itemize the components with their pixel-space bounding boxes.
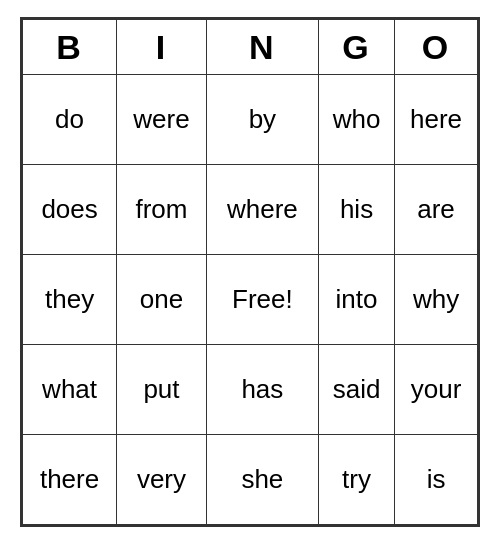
free-space: Free!: [206, 255, 318, 345]
cell-r1c1: do: [23, 75, 117, 165]
header-b: B: [23, 20, 117, 75]
table-row: does from where his are: [23, 165, 478, 255]
header-o: O: [395, 20, 478, 75]
cell-r5c1: there: [23, 435, 117, 525]
header-g: G: [318, 20, 394, 75]
header-i: I: [117, 20, 207, 75]
table-row: do were by who here: [23, 75, 478, 165]
cell-r5c2: very: [117, 435, 207, 525]
cell-r3c4: into: [318, 255, 394, 345]
cell-r4c4: said: [318, 345, 394, 435]
bingo-table: B I N G O do were by who here does from …: [22, 19, 478, 525]
cell-r1c5: here: [395, 75, 478, 165]
cell-r5c3: she: [206, 435, 318, 525]
cell-r4c1: what: [23, 345, 117, 435]
cell-r4c3: has: [206, 345, 318, 435]
cell-r4c5: your: [395, 345, 478, 435]
cell-r2c2: from: [117, 165, 207, 255]
table-row: there very she try is: [23, 435, 478, 525]
header-row: B I N G O: [23, 20, 478, 75]
cell-r2c5: are: [395, 165, 478, 255]
cell-r1c3: by: [206, 75, 318, 165]
cell-r5c4: try: [318, 435, 394, 525]
cell-r1c2: were: [117, 75, 207, 165]
table-row: what put has said your: [23, 345, 478, 435]
header-n: N: [206, 20, 318, 75]
cell-r2c3: where: [206, 165, 318, 255]
cell-r3c5: why: [395, 255, 478, 345]
cell-r4c2: put: [117, 345, 207, 435]
table-row: they one Free! into why: [23, 255, 478, 345]
cell-r2c1: does: [23, 165, 117, 255]
cell-r3c2: one: [117, 255, 207, 345]
cell-r2c4: his: [318, 165, 394, 255]
bingo-card: B I N G O do were by who here does from …: [20, 17, 480, 527]
cell-r1c4: who: [318, 75, 394, 165]
cell-r5c5: is: [395, 435, 478, 525]
cell-r3c1: they: [23, 255, 117, 345]
